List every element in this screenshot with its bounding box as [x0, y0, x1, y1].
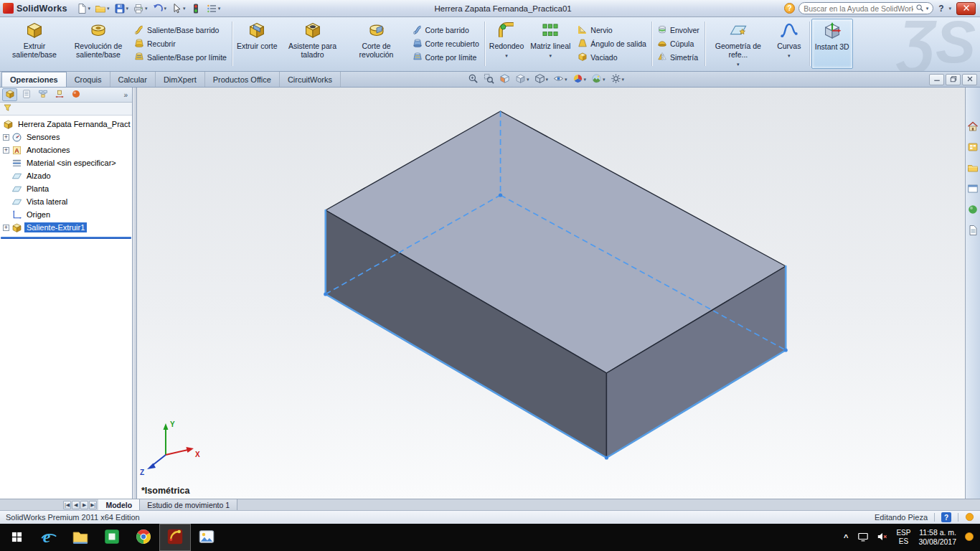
model-tab-nav-2[interactable]: ▶	[80, 501, 88, 509]
quick-tips-button[interactable]: ?	[941, 512, 951, 522]
matriz-lineal-caret-icon[interactable]: ▾	[550, 53, 552, 58]
tree-root[interactable]: Herrera Zapata Fernanda_Pract	[0, 118, 132, 131]
geometr-a-de-refe-caret-icon[interactable]: ▾	[737, 62, 740, 67]
ribbon-saliente-base-barrido-button[interactable]: Saliente/Base barrido	[133, 24, 228, 36]
print-button[interactable]: ▾	[131, 1, 149, 16]
tab-calcular[interactable]: Calcular	[110, 72, 156, 87]
help-button[interactable]: ?	[937, 4, 945, 14]
open-document-caret-icon[interactable]: ▾	[107, 6, 110, 11]
dimxpertmanager-tab[interactable]	[52, 88, 67, 101]
curvas-caret-icon[interactable]: ▾	[788, 53, 791, 58]
ribbon-saliente-base-por-l-mite-button[interactable]: Saliente/Base por límite	[133, 52, 228, 63]
tree-item-alzado[interactable]: Alzado	[0, 169, 132, 182]
clock[interactable]: 11:58 a. m. 30/08/2017	[918, 528, 956, 547]
tree-item-material-sin-especificar[interactable]: Material <sin especificar>	[0, 156, 132, 169]
tab-croquis[interactable]: Croquis	[67, 72, 110, 87]
section-view-button[interactable]	[498, 72, 512, 86]
ribbon-instant-3d-button[interactable]: Instant 3D	[811, 19, 853, 69]
help-caret-icon[interactable]: ▾	[948, 6, 951, 11]
resource-monitor-icon[interactable]	[965, 512, 974, 523]
tree-filter-bar[interactable]	[0, 103, 132, 116]
expander-icon[interactable]: +	[3, 134, 9, 141]
restore-button[interactable]	[946, 74, 961, 85]
edit-appearance-button[interactable]: ▾	[571, 72, 588, 86]
file-explorer-pane-button[interactable]	[966, 162, 979, 175]
tab-productos-office[interactable]: Productos Office	[205, 72, 280, 87]
view-orientation-button[interactable]: ▾	[514, 72, 531, 86]
save-caret-icon[interactable]: ▾	[126, 6, 129, 11]
help-bubble-icon[interactable]: ?	[784, 3, 795, 14]
featuremanager-tab[interactable]	[2, 88, 17, 101]
options-button[interactable]: ▾	[204, 1, 222, 16]
appearances-scenes-button[interactable]	[966, 204, 979, 217]
new-document-button[interactable]: ▾	[75, 1, 93, 16]
undo-button[interactable]: ▾	[151, 1, 169, 16]
search-icon[interactable]	[915, 4, 924, 14]
close-button[interactable]	[956, 2, 976, 15]
volume-muted-icon[interactable]	[877, 531, 888, 544]
hide-show-items-caret-icon[interactable]: ▾	[565, 77, 567, 82]
tree-item-vista-lateral[interactable]: Vista lateral	[0, 195, 132, 208]
tree-item-saliente-extruir1[interactable]: +Saliente-Extruir1	[0, 221, 132, 234]
ribbon-simetr-a-button[interactable]: Simetría	[656, 52, 701, 63]
ribbon-corte-barrido-button[interactable]: Corte barrido	[411, 24, 481, 36]
save-button[interactable]: ▾	[113, 1, 131, 16]
view-settings-button[interactable]: ▾	[609, 72, 626, 86]
fm-tabs-overflow-button[interactable]: »	[121, 91, 130, 99]
zoom-to-area-button[interactable]	[482, 72, 496, 86]
search-caret-icon[interactable]: ▾	[926, 6, 929, 11]
ribbon-redondeo-button[interactable]: Redondeo▾	[486, 19, 527, 69]
model-tab-nav-3[interactable]: ▶|	[89, 501, 97, 509]
zoom-to-fit-button[interactable]	[466, 72, 480, 86]
apply-scene-caret-icon[interactable]: ▾	[603, 77, 606, 82]
ribbon-envolver-button[interactable]: Envolver	[656, 24, 701, 36]
model-tab-nav-0[interactable]: |◀	[63, 501, 71, 509]
redondeo-caret-icon[interactable]: ▾	[505, 53, 508, 58]
ribbon-corte-recubierto-button[interactable]: Corte recubierto	[411, 38, 481, 50]
tray-expand-button[interactable]: ^	[842, 533, 849, 542]
select-caret-icon[interactable]: ▾	[183, 6, 186, 11]
displaymanager-tab[interactable]	[68, 88, 83, 101]
close-document-button[interactable]	[962, 74, 977, 85]
tree-item-origen[interactable]: Origen	[0, 208, 132, 221]
tree-item-planta[interactable]: Planta	[0, 182, 132, 195]
tree-item-sensores[interactable]: +Sensores	[0, 131, 132, 143]
print-caret-icon[interactable]: ▾	[145, 6, 148, 11]
ribbon-nervio-button[interactable]: Nervio	[576, 24, 648, 36]
taskbar-internet-explorer-button[interactable]: e	[33, 524, 65, 551]
notification-icon[interactable]	[964, 532, 974, 543]
rollback-bar[interactable]	[1, 237, 131, 239]
ribbon-geometr-a-de-refe-button[interactable]: Geometría de refe...▾	[707, 19, 770, 69]
ribbon-corte-por-l-mite-button[interactable]: Corte por límite	[411, 52, 481, 63]
select-button[interactable]: ▾	[169, 1, 187, 16]
ribbon-c-pula-button[interactable]: Cúpula	[656, 38, 701, 50]
expander-icon[interactable]: +	[3, 225, 9, 231]
tree-item-anotaciones[interactable]: +AAnotaciones	[0, 143, 132, 156]
ribbon-corte-de-revoluci-n-button[interactable]: Corte de revolución	[345, 19, 408, 69]
propertymanager-tab[interactable]	[19, 88, 34, 101]
open-document-button[interactable]: ▾	[93, 1, 111, 16]
search-input[interactable]	[804, 4, 913, 13]
network-icon[interactable]	[857, 531, 869, 544]
tab-circuitworks[interactable]: CircuitWorks	[280, 72, 341, 87]
undo-caret-icon[interactable]: ▾	[164, 6, 167, 11]
ribbon-asistente-para-taladro-button[interactable]: Asistente para taladro	[281, 19, 344, 69]
tab-operaciones[interactable]: Operaciones	[1, 72, 67, 87]
display-style-caret-icon[interactable]: ▾	[546, 77, 549, 82]
view-settings-caret-icon[interactable]: ▾	[622, 77, 625, 82]
expander-icon[interactable]: +	[3, 147, 9, 154]
tab-dimxpert[interactable]: DimXpert	[156, 72, 205, 87]
design-library-button[interactable]	[966, 141, 979, 154]
ribbon-vaciado-button[interactable]: Vaciado	[576, 52, 648, 63]
ribbon-ngulo-de-salida-button[interactable]: Ángulo de salida	[576, 38, 648, 50]
taskbar-green-app-button[interactable]	[96, 524, 128, 551]
model-tab-modelo[interactable]: Modelo	[98, 499, 140, 510]
hide-show-items-button[interactable]: ▾	[552, 72, 569, 86]
start-button[interactable]	[0, 524, 33, 551]
taskbar-chrome-button[interactable]	[128, 524, 159, 551]
custom-properties-button[interactable]	[966, 225, 979, 237]
edit-appearance-caret-icon[interactable]: ▾	[584, 77, 587, 82]
new-document-caret-icon[interactable]: ▾	[88, 6, 91, 11]
solidworks-resources-button[interactable]	[966, 121, 979, 133]
configurations-tab[interactable]	[35, 88, 50, 101]
